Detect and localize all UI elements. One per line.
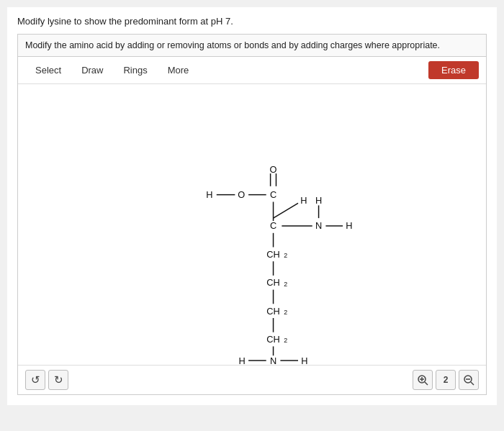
undo-icon: ↺ xyxy=(31,373,40,386)
zoom-controls: 2 xyxy=(413,370,479,390)
svg-text:C: C xyxy=(270,189,276,200)
svg-text:H: H xyxy=(239,355,246,365)
svg-line-41 xyxy=(471,382,474,385)
zoom-reset-button[interactable]: 2 xyxy=(436,370,456,390)
svg-text:2: 2 xyxy=(284,281,287,288)
rings-tool[interactable]: Rings xyxy=(113,62,157,78)
svg-text:N: N xyxy=(315,220,322,231)
svg-text:CH: CH xyxy=(266,334,279,345)
zoom-in-icon xyxy=(417,374,428,386)
svg-text:2: 2 xyxy=(284,252,287,259)
redo-icon: ↻ xyxy=(54,373,63,386)
svg-text:H: H xyxy=(346,220,352,231)
zoom-in-button[interactable] xyxy=(413,370,433,390)
draw-tool[interactable]: Draw xyxy=(71,62,113,78)
svg-text:H: H xyxy=(301,355,307,365)
svg-text:CH: CH xyxy=(266,249,279,260)
svg-text:O: O xyxy=(270,164,277,175)
zoom-out-button[interactable] xyxy=(459,370,479,390)
molecule-canvas[interactable]: .atom-label { font-family: Arial, sans-s… xyxy=(18,84,486,365)
svg-line-37 xyxy=(425,382,428,385)
redo-button[interactable]: ↻ xyxy=(48,370,68,390)
editor-box: Modify the amino acid by adding or remov… xyxy=(17,34,487,395)
undo-redo-group: ↺ ↻ xyxy=(25,370,68,390)
toolbar: Select Draw Rings More Erase xyxy=(18,57,486,84)
svg-text:CH: CH xyxy=(266,306,279,317)
select-tool[interactable]: Select xyxy=(25,62,71,78)
svg-text:2: 2 xyxy=(284,309,287,316)
svg-line-14 xyxy=(274,203,298,218)
bottom-bar: ↺ ↻ 2 xyxy=(18,365,486,394)
erase-button[interactable]: Erase xyxy=(428,61,479,79)
instructions-box: Modify the amino acid by adding or remov… xyxy=(18,35,486,57)
sub-instructions: Modify the amino acid by adding or remov… xyxy=(25,40,440,50)
zoom-out-icon xyxy=(463,374,474,386)
svg-text:2: 2 xyxy=(284,337,287,344)
main-instructions: Modify lysine to show the predominant fo… xyxy=(17,16,487,27)
svg-text:H: H xyxy=(300,195,307,206)
svg-text:CH: CH xyxy=(266,277,279,288)
zoom-reset-icon: 2 xyxy=(444,375,449,385)
svg-text:H: H xyxy=(315,195,322,206)
svg-text:H: H xyxy=(206,189,212,200)
svg-text:O: O xyxy=(238,189,245,200)
molecule-svg: .atom-label { font-family: Arial, sans-s… xyxy=(18,84,486,365)
more-tool[interactable]: More xyxy=(158,62,199,78)
page-container: Modify lysine to show the predominant fo… xyxy=(7,7,497,405)
svg-text:C: C xyxy=(270,220,276,231)
svg-text:N: N xyxy=(270,355,276,365)
undo-button[interactable]: ↺ xyxy=(25,370,45,390)
